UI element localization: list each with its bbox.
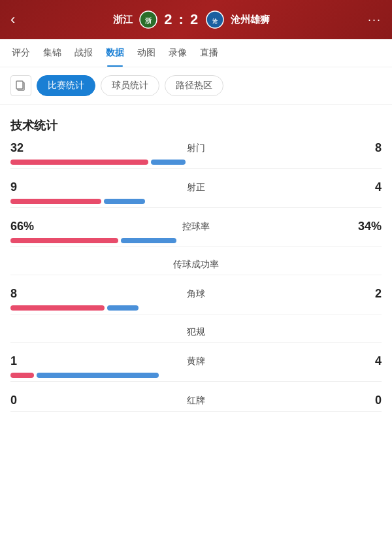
stat-red-left: 0 <box>10 394 37 407</box>
tab-live[interactable]: 直播 <box>193 39 225 67</box>
stat-shots-right: 8 <box>355 141 382 155</box>
stat-row-on-target: 9 射正 4 <box>10 180 382 208</box>
match-header: ‹ 浙江 浙 2 : 2 沧 沧州雄狮 ··· <box>0 0 392 39</box>
sub-tab-bar: 比赛统计 球员统计 路径热区 <box>0 67 392 105</box>
bar-ontarget-left <box>10 199 101 204</box>
stat-fouls-name: 犯规 <box>37 326 355 338</box>
match-score: 2 : 2 <box>164 11 199 28</box>
home-team-logo: 浙 <box>138 9 159 30</box>
stat-row-red: 0 红牌 0 <box>10 394 382 412</box>
stat-corners-right: 2 <box>355 287 382 301</box>
bar-shots-left <box>10 160 148 165</box>
svg-text:浙: 浙 <box>145 17 152 24</box>
bar-corners-right <box>107 305 139 311</box>
stat-yellow-right: 4 <box>355 354 382 368</box>
bar-yellow-right <box>37 373 159 378</box>
svg-rect-5 <box>16 81 23 89</box>
bar-possession-left <box>10 238 118 243</box>
stat-yellow-left: 1 <box>10 354 37 368</box>
home-team-name: 浙江 <box>113 14 133 26</box>
stat-corners-left: 8 <box>10 287 37 301</box>
sub-tab-heatmap[interactable]: 路径热区 <box>165 75 223 96</box>
bar-yellow-left <box>10 373 34 378</box>
tab-video[interactable]: 录像 <box>162 39 193 67</box>
stat-row-shots: 32 射门 8 <box>10 141 382 169</box>
sub-tab-match-stats[interactable]: 比赛统计 <box>37 75 95 96</box>
section-title: 技术统计 <box>0 105 392 141</box>
stats-container: 32 射门 8 9 射正 4 66% 控球率 34% <box>0 141 392 412</box>
more-button[interactable]: ··· <box>368 13 382 27</box>
score-section: 浙江 浙 2 : 2 沧 沧州雄狮 <box>113 9 270 30</box>
stat-row-fouls: 犯规 <box>10 326 382 343</box>
stat-ontarget-left: 9 <box>10 180 37 194</box>
tab-data[interactable]: 数据 <box>99 39 131 67</box>
tab-highlights[interactable]: 集锦 <box>37 39 68 67</box>
tab-rating[interactable]: 评分 <box>5 39 37 67</box>
tab-report[interactable]: 战报 <box>68 39 99 67</box>
tab-gif[interactable]: 动图 <box>131 39 162 67</box>
away-team-name: 沧州雄狮 <box>231 14 270 26</box>
bar-possession-right <box>121 238 176 243</box>
stat-red-right: 0 <box>355 394 382 407</box>
back-button[interactable]: ‹ <box>10 11 15 28</box>
copy-icon-button[interactable] <box>10 75 31 96</box>
stat-ontarget-name: 射正 <box>37 182 355 194</box>
svg-text:沧: 沧 <box>212 18 218 24</box>
stat-possession-right: 34% <box>355 220 382 233</box>
stat-row-yellow: 1 黄牌 4 <box>10 354 382 382</box>
stat-row-possession: 66% 控球率 34% <box>10 220 382 247</box>
bar-shots-right <box>151 160 186 165</box>
stat-possession-left: 66% <box>10 220 37 233</box>
stat-ontarget-right: 4 <box>355 180 382 194</box>
stat-row-pass-rate: 传球成功率 <box>10 259 382 275</box>
stat-red-name: 红牌 <box>37 395 355 407</box>
stat-row-corners: 8 角球 2 <box>10 287 382 314</box>
bar-corners-left <box>10 305 105 311</box>
bar-ontarget-right <box>104 199 144 204</box>
sub-tab-player-stats[interactable]: 球员统计 <box>101 75 159 96</box>
stat-shots-name: 射门 <box>37 143 355 154</box>
away-team-logo: 沧 <box>204 9 225 30</box>
stat-shots-left: 32 <box>10 141 37 155</box>
nav-tab-bar: 评分 集锦 战报 数据 动图 录像 直播 <box>0 39 392 67</box>
stat-possession-name: 控球率 <box>37 221 355 233</box>
stat-yellow-name: 黄牌 <box>37 356 355 367</box>
stat-passrate-name: 传球成功率 <box>37 259 355 271</box>
stat-corners-name: 角球 <box>37 288 355 300</box>
